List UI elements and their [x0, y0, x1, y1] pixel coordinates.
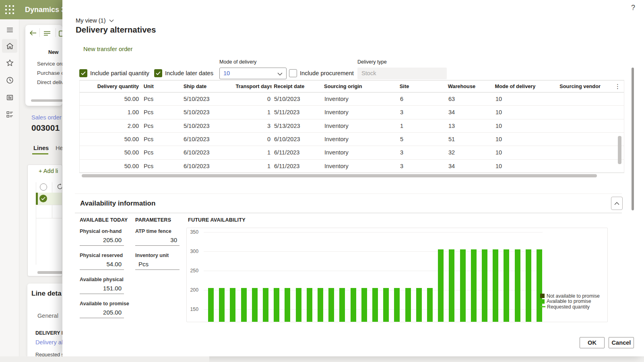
table-cell: 6/10/2023: [184, 136, 236, 142]
column-header-sourcing-vendor[interactable]: Sourcing vendor: [556, 83, 611, 89]
include-later-dates-checkbox[interactable]: [154, 69, 162, 77]
mode-of-delivery-dropdown[interactable]: 10: [219, 68, 287, 79]
help-icon[interactable]: ?: [631, 4, 635, 12]
column-header-unit[interactable]: Unit: [143, 83, 184, 89]
chart-bar: [394, 288, 400, 322]
filter-lines-icon[interactable]: [43, 31, 51, 36]
table-row[interactable]: 2.00Pcs5/10/202335/13/2023Inventory11310: [80, 119, 624, 133]
chart-bar: [471, 249, 477, 322]
table-cell: 6/10/2023: [184, 149, 236, 156]
delivery-type-placeholder: Stock: [361, 68, 376, 79]
table-row[interactable]: 1.00Pcs5/10/202315/11/2023Inventory33410: [80, 106, 624, 119]
tab-header[interactable]: He: [56, 145, 62, 151]
history-icon[interactable]: [6, 76, 14, 84]
delivery-group-label: DELIVERY D: [35, 330, 62, 336]
grid-vscrollbar[interactable]: [618, 136, 621, 164]
dialog-vscrollbar[interactable]: [632, 68, 634, 210]
workspaces-icon[interactable]: [6, 110, 14, 119]
chart-bar: [252, 288, 258, 322]
table-cell: 3: [397, 109, 445, 115]
menu-item[interactable]: Direct delive: [37, 79, 62, 85]
column-header-transport-days[interactable]: Transport days: [235, 83, 272, 89]
field-value[interactable]: 205.00: [80, 309, 124, 318]
table-cell: 10: [492, 163, 557, 169]
column-header-receipt-date[interactable]: Receipt date: [272, 83, 324, 89]
requested-label: Requested s: [35, 352, 62, 356]
chart-bar: [208, 288, 214, 322]
background-page: New Service ordePurchase orDirect delive…: [19, 19, 62, 362]
menu-item[interactable]: Service orde: [37, 61, 62, 67]
more-options-icon[interactable]: ⋮: [611, 83, 624, 90]
table-cell: Inventory: [324, 109, 397, 115]
table-cell: 1: [236, 163, 272, 169]
line-details-title: Line deta: [31, 290, 62, 298]
table-row[interactable]: 50.00Pcs6/10/202316/11/2023Inventory3321…: [80, 146, 624, 159]
include-partial-quantity-label[interactable]: Include partial quantity: [90, 70, 149, 76]
back-arrow-icon[interactable]: [29, 30, 37, 36]
breadcrumb[interactable]: Sales order (: [31, 114, 62, 121]
star-icon[interactable]: [6, 59, 14, 67]
menu-item[interactable]: Purchase or: [37, 70, 62, 76]
delivery-alternatives-link[interactable]: Delivery alt: [35, 339, 62, 346]
home-icon[interactable]: [6, 42, 14, 50]
table-row[interactable]: 50.00Pcs6/10/202306/10/2023Inventory5511…: [80, 133, 624, 146]
add-line-button[interactable]: + Add li: [39, 168, 58, 174]
app-launcher-icon[interactable]: [5, 5, 14, 14]
row-selected-check-icon[interactable]: [39, 195, 47, 202]
table-cell: 10: [492, 96, 557, 102]
column-header-sourcing-origin[interactable]: Sourcing origin: [324, 83, 396, 89]
chart-bar: [438, 249, 444, 322]
refresh-icon[interactable]: [57, 183, 62, 190]
ok-button[interactable]: OK: [580, 337, 605, 348]
include-partial-quantity-checkbox[interactable]: [79, 69, 87, 77]
table-cell: Pcs: [143, 96, 184, 102]
column-header-ship-date[interactable]: Ship date: [184, 83, 236, 89]
tab-general[interactable]: General: [37, 313, 58, 319]
include-procurement-checkbox[interactable]: [289, 69, 297, 77]
delivery-type-input[interactable]: Stock: [357, 68, 447, 79]
column-header-delivery-quantity[interactable]: Delivery quantity: [80, 83, 143, 89]
field-value[interactable]: 205.00: [80, 237, 124, 246]
column-header-site[interactable]: Site: [396, 83, 445, 89]
legend-swatch-square: [540, 294, 545, 298]
table-cell: 34: [445, 109, 492, 115]
selected-row-bar: [36, 193, 38, 205]
delivery-type-label: Delivery type: [357, 59, 387, 65]
table-cell: 1: [397, 123, 445, 129]
table-cell: 3: [236, 123, 272, 129]
table-cell: 50.00: [80, 163, 143, 169]
grid-hscrollbar[interactable]: [82, 174, 597, 177]
collapse-section-button[interactable]: [611, 197, 623, 210]
column-header-mode-of-delivery[interactable]: Mode of delivery: [491, 83, 556, 89]
menu-icon[interactable]: [6, 26, 14, 34]
tab-lines[interactable]: Lines: [33, 145, 49, 151]
table-row[interactable]: 50.00Pcs5/10/202305/10/2023Inventory6631…: [80, 93, 624, 106]
field-value[interactable]: 54.00: [80, 261, 124, 270]
table-cell: 3: [397, 163, 445, 169]
chart-bar: [285, 288, 290, 322]
lines-hscrollbar[interactable]: [37, 271, 62, 274]
news-icon[interactable]: [6, 93, 14, 102]
field-value[interactable]: 30: [135, 237, 180, 246]
legend-swatch-line: [540, 306, 545, 307]
table-cell: Inventory: [324, 163, 397, 169]
table-cell: 6/11/2023: [272, 163, 324, 169]
view-selector[interactable]: My view (1): [76, 17, 114, 24]
table-cell: 50.00: [80, 96, 143, 102]
legend-swatch-square: [540, 299, 545, 304]
select-all-radio[interactable]: [40, 183, 47, 191]
table-row[interactable]: 50.00Pcs6/10/202316/11/2023Inventory3341…: [80, 160, 624, 173]
table-cell: 34: [445, 163, 492, 169]
column-header-warehouse[interactable]: Warehouse: [445, 83, 492, 89]
chart-bar: [537, 249, 542, 322]
field-value[interactable]: 151.00: [80, 285, 124, 294]
field-value[interactable]: Pcs: [135, 261, 180, 270]
cancel-button[interactable]: Cancel: [609, 337, 634, 348]
clipped-icon[interactable]: [59, 31, 62, 37]
include-later-dates-label[interactable]: Include later dates: [165, 70, 213, 76]
new-transfer-order-button[interactable]: New transfer order: [83, 46, 133, 52]
legend-item: Available to promise: [540, 299, 591, 304]
flyout-hscrollbar[interactable]: [31, 99, 62, 102]
field-label: Inventory unit: [135, 253, 180, 258]
include-procurement-label[interactable]: Include procurement: [300, 70, 354, 76]
